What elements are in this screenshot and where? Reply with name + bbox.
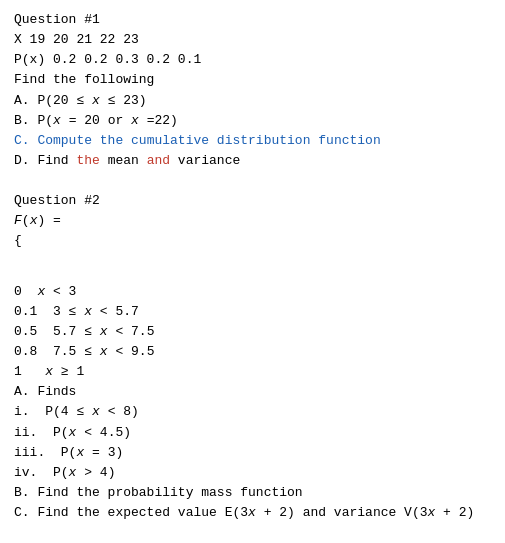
- q2-line1: 0.1 3 ≤ x < 5.7: [14, 302, 491, 322]
- q1-d: D. Find the mean and variance: [14, 151, 491, 171]
- q2-ai: i. P(4 ≤ x < 8): [14, 402, 491, 422]
- q2-aiii: iii. P(x = 3): [14, 443, 491, 463]
- q2-line3: 0.8 7.5 ≤ x < 9.5: [14, 342, 491, 362]
- q2-aii: ii. P(x < 4.5): [14, 423, 491, 443]
- q1-c: C. Compute the cumulative distribution f…: [14, 131, 491, 151]
- main-content: Question #1 X 19 20 21 22 23 P(x) 0.2 0.…: [14, 10, 491, 523]
- q1-a: A. P(20 ≤ x ≤ 23): [14, 91, 491, 111]
- spacer1: [14, 171, 491, 181]
- q2-c: C. Find the expected value E(3x + 2) and…: [14, 503, 491, 523]
- q2-title: Question #2: [14, 191, 491, 211]
- q1-find: Find the following: [14, 70, 491, 90]
- q2-aiv: iv. P(x > 4): [14, 463, 491, 483]
- spacer2: [14, 181, 491, 191]
- q2-a-header: A. Finds: [14, 382, 491, 402]
- q1-x-row: X 19 20 21 22 23: [14, 30, 491, 50]
- q2-fx: F(x) =: [14, 211, 491, 231]
- q2-brace: {: [14, 231, 491, 251]
- q2-line0: 0 x < 3: [14, 282, 491, 302]
- q2-b: B. Find the probability mass function: [14, 483, 491, 503]
- q1-px-row: P(x) 0.2 0.2 0.3 0.2 0.1: [14, 50, 491, 70]
- spacer4: [14, 262, 491, 272]
- spacer3: [14, 252, 491, 262]
- q2-line4: 1 x ≥ 1: [14, 362, 491, 382]
- spacer5: [14, 272, 491, 282]
- q1-title: Question #1: [14, 10, 491, 30]
- q1-b: B. P(x = 20 or x =22): [14, 111, 491, 131]
- q2-line2: 0.5 5.7 ≤ x < 7.5: [14, 322, 491, 342]
